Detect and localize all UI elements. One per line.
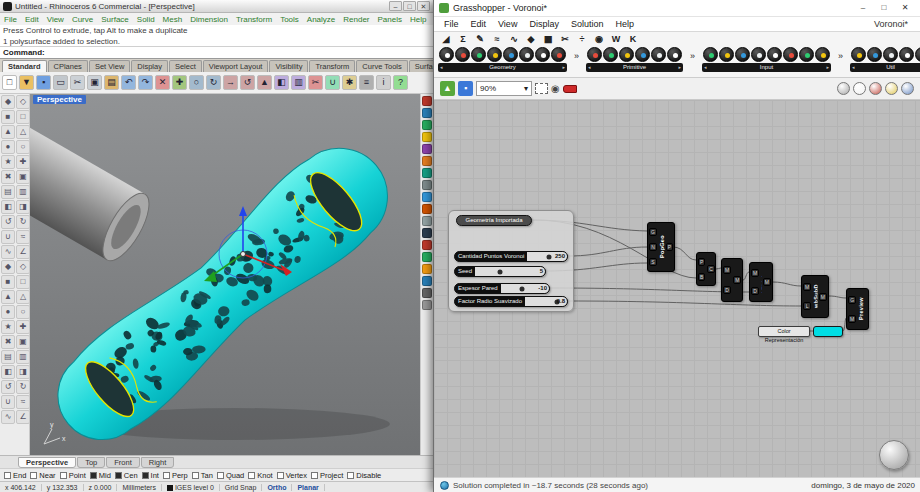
status-planar[interactable]: Planar: [292, 484, 324, 491]
component-icon[interactable]: [519, 47, 534, 62]
rhino-menu-item[interactable]: Analyze: [303, 15, 339, 24]
tool-icon[interactable]: ○: [16, 305, 30, 319]
gh-component-preview[interactable]: GMPreview: [846, 288, 869, 330]
panel-icon[interactable]: [422, 132, 432, 142]
redo-icon[interactable]: ↷: [138, 75, 153, 90]
panel-icon[interactable]: [422, 228, 432, 238]
component-icon[interactable]: [735, 47, 750, 62]
tool-icon[interactable]: ◇: [16, 260, 30, 274]
rhino-menu-item[interactable]: Render: [339, 15, 373, 24]
input-param-m[interactable]: M: [723, 266, 731, 274]
osnap-item-mid[interactable]: Mid: [90, 471, 111, 480]
input-param-n[interactable]: N: [649, 243, 657, 251]
osnap-checkbox[interactable]: [142, 472, 149, 479]
shaded-preview-icon[interactable]: [869, 82, 882, 95]
osnap-item-end[interactable]: End: [4, 471, 26, 480]
component-icon[interactable]: [503, 47, 518, 62]
viewport-label[interactable]: Perspective: [33, 95, 86, 104]
join-icon[interactable]: ∪: [325, 75, 340, 90]
input-param-l[interactable]: L: [803, 302, 811, 310]
panel-icon[interactable]: [422, 96, 432, 106]
font-k-icon[interactable]: K: [627, 34, 639, 44]
component-icon[interactable]: [635, 47, 650, 62]
group-scroll-left-icon[interactable]: ◂: [852, 63, 855, 72]
tool-icon[interactable]: ◧: [1, 365, 15, 379]
rhino-menu-item[interactable]: Dimension: [186, 15, 232, 24]
viewport-tab[interactable]: Right: [141, 457, 175, 468]
ribbon-overflow-icon[interactable]: »: [574, 51, 579, 69]
component-icon[interactable]: [883, 47, 898, 62]
component-icon[interactable]: [767, 47, 782, 62]
gh-panel[interactable]: Color Representación: [758, 326, 810, 337]
tool-icon[interactable]: ✖: [1, 335, 15, 349]
transform-tab-icon[interactable]: ÷: [576, 34, 588, 44]
grasshopper-titlebar[interactable]: Grasshopper - Voronoi* – □ ✕: [434, 0, 920, 17]
tool-icon[interactable]: ✚: [16, 320, 30, 334]
wireframe-preview-icon[interactable]: [853, 82, 866, 95]
tool-icon[interactable]: △: [16, 125, 30, 139]
surface-tab-icon[interactable]: ◆: [525, 34, 537, 44]
osnap-checkbox[interactable]: [277, 472, 284, 479]
tool-icon[interactable]: ↺: [1, 380, 15, 394]
component-icon[interactable]: [551, 47, 566, 62]
zoom-extents-icon[interactable]: ○: [189, 75, 204, 90]
input-param-s[interactable]: S: [649, 258, 657, 266]
component-icon[interactable]: [487, 47, 502, 62]
osnap-checkbox[interactable]: [115, 472, 122, 479]
gh-menu-item[interactable]: Display: [523, 19, 565, 29]
ribbon-group-label[interactable]: ◂Util▸: [850, 63, 920, 72]
osnap-checkbox[interactable]: [60, 472, 67, 479]
component-icon[interactable]: [815, 47, 830, 62]
osnap-item-knot[interactable]: Knot: [248, 471, 272, 480]
tool-icon[interactable]: ∠: [16, 245, 30, 259]
save-file-icon[interactable]: ▪: [36, 75, 51, 90]
panel-icon[interactable]: [422, 168, 432, 178]
rhino-menu-item[interactable]: View: [43, 15, 68, 24]
osnap-item-project[interactable]: Project: [311, 471, 343, 480]
panel-icon[interactable]: [422, 120, 432, 130]
gh-menu-item[interactable]: Solution: [565, 19, 610, 29]
tool-icon[interactable]: ∪: [1, 230, 15, 244]
paint-tool-icon[interactable]: [563, 85, 577, 93]
gh-menu-item[interactable]: View: [492, 19, 523, 29]
paste-icon[interactable]: ▤: [104, 75, 119, 90]
osnap-checkbox[interactable]: [192, 472, 199, 479]
tool-icon[interactable]: ↺: [1, 215, 15, 229]
scale-icon[interactable]: ▲: [257, 75, 272, 90]
osnap-item-quad[interactable]: Quad: [217, 471, 244, 480]
input-param-b[interactable]: B: [698, 273, 705, 281]
osnap-checkbox[interactable]: [90, 472, 97, 479]
panel-icon[interactable]: [422, 192, 432, 202]
mesh-tab-icon[interactable]: ▦: [542, 34, 554, 44]
osnap-item-tan[interactable]: Tan: [192, 471, 213, 480]
toolbar-tab[interactable]: Set View: [89, 60, 130, 72]
gh-maximize-button[interactable]: □: [874, 2, 894, 15]
toolbar-tab[interactable]: Curve Tools: [356, 60, 407, 72]
gh-component-wbthicken[interactable]: MDwbThickenM: [749, 262, 773, 302]
input-param-g[interactable]: G: [848, 296, 856, 304]
component-icon[interactable]: [915, 47, 920, 62]
tool-icon[interactable]: ∿: [1, 245, 15, 259]
component-icon[interactable]: [603, 47, 618, 62]
osnap-checkbox[interactable]: [217, 472, 224, 479]
ribbon-overflow-icon[interactable]: »: [690, 51, 695, 69]
component-icon[interactable]: [619, 47, 634, 62]
osnap-item-vertex[interactable]: Vertex: [277, 471, 307, 480]
tool-icon[interactable]: ↻: [16, 380, 30, 394]
tool-icon[interactable]: ∿: [1, 410, 15, 424]
vector-tab-icon[interactable]: ≈: [491, 34, 503, 44]
output-param-m[interactable]: M: [763, 278, 771, 286]
gh-component-wframe[interactable]: MDWFrameM: [721, 258, 743, 302]
component-icon[interactable]: [719, 47, 734, 62]
toolbar-tab[interactable]: Standard: [2, 60, 47, 72]
component-icon[interactable]: [851, 47, 866, 62]
tool-icon[interactable]: ●: [1, 140, 15, 154]
component-icon[interactable]: [471, 47, 486, 62]
tool-icon[interactable]: ∪: [1, 395, 15, 409]
slider-track[interactable]: -10: [501, 284, 549, 293]
slider-track[interactable]: 0.8: [525, 297, 567, 306]
rhino-menu-item[interactable]: Edit: [21, 15, 43, 24]
document-preview-icon[interactable]: [901, 82, 914, 95]
component-icon[interactable]: [899, 47, 914, 62]
params-tab-icon[interactable]: ◢: [440, 34, 452, 44]
